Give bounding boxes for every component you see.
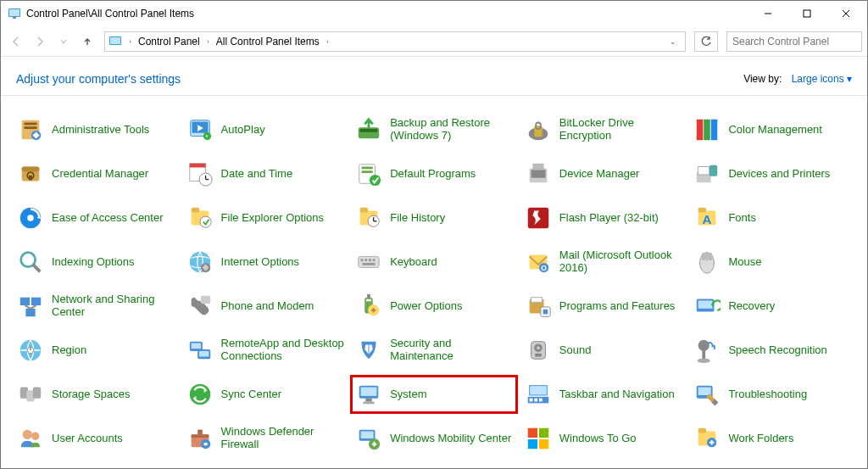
recent-locations-button[interactable]	[53, 31, 74, 52]
cp-item-storage-spaces[interactable]: Storage Spaces	[13, 376, 179, 413]
taskbar-and-navigation-icon	[524, 380, 553, 409]
bitlocker-drive-encryption-icon	[524, 115, 553, 144]
item-label: Programs and Features	[559, 300, 676, 313]
item-label: RemoteApp and Desktop Connections	[221, 338, 347, 363]
cp-item-file-history[interactable]: File History	[351, 199, 517, 237]
item-label: AutoPlay	[221, 124, 265, 137]
cp-item-windows-to-go[interactable]: Windows To Go	[520, 420, 687, 457]
chevron-right-icon[interactable]: ›	[125, 37, 135, 46]
cp-item-user-accounts[interactable]: User Accounts	[13, 420, 179, 457]
cp-item-windows-mobility-center[interactable]: Windows Mobility Center	[351, 420, 517, 457]
address-bar[interactable]: › Control Panel › All Control Panel Item…	[104, 31, 686, 52]
cp-item-region[interactable]: Region	[13, 332, 179, 369]
cp-item-sound[interactable]: Sound	[520, 332, 687, 369]
back-button[interactable]	[6, 31, 26, 52]
cp-item-backup-and-restore-windows-7[interactable]: Backup and Restore (Windows 7)	[351, 111, 517, 148]
cp-item-fonts[interactable]: Fonts	[689, 199, 855, 237]
control-panel-icon	[108, 35, 122, 48]
flash-player-32-bit-icon	[524, 204, 553, 232]
minimize-button[interactable]	[748, 1, 787, 26]
cp-item-indexing-options[interactable]: Indexing Options	[13, 243, 179, 281]
cp-item-programs-and-features[interactable]: Programs and Features	[520, 288, 687, 325]
item-label: Windows To Go	[559, 433, 637, 445]
cp-item-administrative-tools[interactable]: Administrative Tools	[13, 111, 179, 148]
item-label: Sync Center	[221, 388, 282, 401]
close-button[interactable]	[826, 1, 865, 26]
cp-item-devices-and-printers[interactable]: Devices and Printers	[689, 155, 855, 193]
item-label: Device Manager	[559, 168, 640, 181]
item-label: Windows Mobility Center	[390, 433, 511, 445]
cp-item-power-options[interactable]: Power Options	[351, 288, 517, 325]
up-button[interactable]	[77, 31, 97, 52]
item-label: Keyboard	[390, 256, 437, 269]
item-label: Security and Maintenance	[390, 338, 515, 363]
cp-item-troubleshooting[interactable]: Troubleshooting	[689, 376, 855, 413]
cp-item-default-programs[interactable]: Default Programs	[351, 155, 517, 193]
item-label: Recovery	[728, 300, 775, 313]
indexing-options-icon	[16, 248, 45, 276]
search-input[interactable]	[732, 36, 860, 47]
chevron-right-icon[interactable]: ›	[203, 37, 213, 46]
item-label: Administrative Tools	[52, 124, 149, 137]
view-by-control[interactable]: View by: Large icons ▾	[743, 73, 852, 85]
maximize-button[interactable]	[787, 1, 826, 26]
cp-item-work-folders[interactable]: Work Folders	[689, 420, 855, 457]
item-label: Storage Spaces	[52, 388, 131, 401]
item-label: Date and Time	[221, 168, 293, 181]
svg-rect-1	[9, 9, 19, 16]
cp-item-credential-manager[interactable]: Credential Manager	[13, 155, 179, 193]
chevron-right-icon[interactable]: ›	[323, 37, 332, 46]
cp-item-autoplay[interactable]: AutoPlay	[182, 111, 348, 148]
cp-item-flash-player-32-bit[interactable]: Flash Player (32-bit)	[520, 199, 687, 237]
cp-item-phone-and-modem[interactable]: Phone and Modem	[182, 288, 348, 325]
cp-item-sync-center[interactable]: Sync Center	[182, 376, 348, 413]
view-by-value[interactable]: Large icons ▾	[792, 73, 852, 85]
cp-item-remoteapp-and-desktop-connections[interactable]: RemoteApp and Desktop Connections	[182, 332, 348, 369]
cp-item-windows-defender-firewall[interactable]: Windows Defender Firewall	[182, 420, 348, 457]
cp-item-mail-microsoft-outlook-2016[interactable]: Mail (Microsoft Outlook 2016)	[520, 243, 687, 281]
cp-item-keyboard[interactable]: Keyboard	[351, 243, 517, 281]
item-label: Devices and Printers	[728, 168, 830, 181]
phone-and-modem-icon	[186, 292, 214, 321]
administrative-tools-icon	[16, 115, 45, 144]
item-label: Taskbar and Navigation	[559, 388, 675, 401]
breadcrumb-root[interactable]: Control Panel	[138, 36, 200, 47]
cp-item-security-and-maintenance[interactable]: Security and Maintenance	[351, 332, 517, 369]
chevron-down-icon[interactable]: ⌄	[665, 37, 682, 46]
control-panel-icon	[8, 7, 21, 20]
search-box[interactable]	[726, 31, 862, 52]
cp-item-network-and-sharing-center[interactable]: Network and Sharing Center	[13, 288, 179, 325]
cp-item-date-and-time[interactable]: Date and Time	[182, 155, 348, 193]
cp-item-system[interactable]: System	[351, 376, 517, 413]
cp-item-device-manager[interactable]: Device Manager	[520, 155, 687, 193]
cp-item-taskbar-and-navigation[interactable]: Taskbar and Navigation	[520, 376, 687, 413]
cp-item-internet-options[interactable]: Internet Options	[182, 243, 348, 281]
item-label: Backup and Restore (Windows 7)	[390, 117, 515, 142]
breadcrumb-leaf[interactable]: All Control Panel Items	[216, 36, 320, 47]
sound-icon	[524, 336, 553, 365]
network-and-sharing-center-icon	[16, 292, 45, 321]
cp-item-file-explorer-options[interactable]: File Explorer Options	[182, 199, 348, 237]
work-folders-icon	[693, 424, 721, 453]
cp-item-bitlocker-drive-encryption[interactable]: BitLocker Drive Encryption	[520, 111, 687, 148]
fonts-icon	[693, 204, 721, 232]
user-accounts-icon	[16, 424, 45, 453]
cp-item-color-management[interactable]: Color Management	[689, 111, 855, 148]
color-management-icon	[693, 115, 721, 144]
item-label: User Accounts	[52, 433, 123, 445]
window-titlebar: Control Panel\All Control Panel Items	[1, 1, 867, 26]
cp-item-mouse[interactable]: Mouse	[689, 243, 855, 281]
devices-and-printers-icon	[693, 159, 721, 188]
forward-button[interactable]	[30, 31, 50, 52]
file-history-icon	[354, 204, 383, 232]
mouse-icon	[693, 248, 721, 276]
svg-rect-8	[110, 37, 120, 44]
security-and-maintenance-icon	[354, 336, 383, 365]
refresh-button[interactable]	[694, 31, 718, 52]
region-icon	[16, 336, 45, 365]
item-label: File History	[390, 212, 445, 225]
cp-item-speech-recognition[interactable]: Speech Recognition	[689, 332, 855, 369]
mail-microsoft-outlook-2016-icon	[524, 248, 553, 276]
cp-item-ease-of-access-center[interactable]: Ease of Access Center	[13, 199, 179, 237]
cp-item-recovery[interactable]: Recovery	[689, 288, 855, 325]
